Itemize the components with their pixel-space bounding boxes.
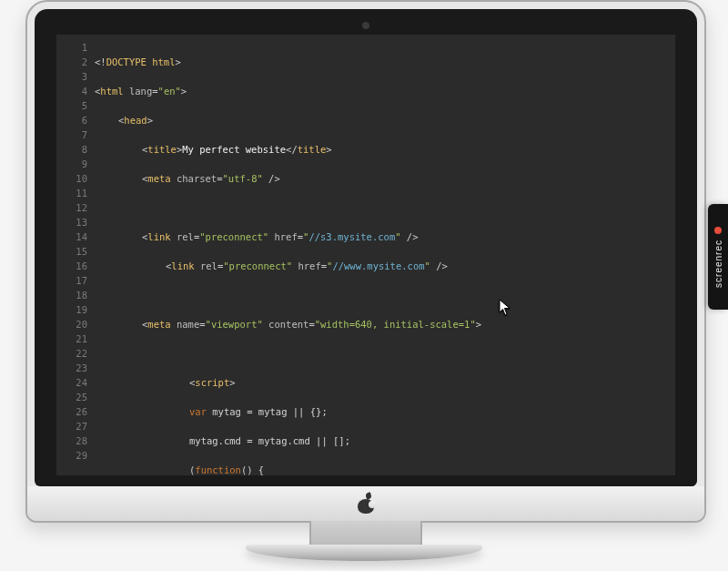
code-line[interactable]: <meta name="viewport" content="width=640… — [95, 317, 675, 331]
code-line[interactable]: <script> — [95, 375, 675, 390]
line-number: 21 — [56, 331, 87, 346]
line-number: 2 — [56, 55, 87, 69]
line-number: 11 — [56, 186, 87, 200]
line-number: 22 — [56, 346, 87, 361]
line-number: 5 — [56, 98, 87, 113]
code-line[interactable]: <head> — [95, 113, 675, 127]
line-number: 13 — [56, 215, 87, 229]
code-line[interactable]: (function() { — [95, 463, 675, 475]
line-number: 25 — [56, 390, 87, 404]
line-number: 4 — [56, 84, 87, 98]
code-editor-screen: 1234567891011121314151617181920212223242… — [56, 35, 675, 475]
code-line[interactable]: <link rel="preconnect" href="//www.mysit… — [95, 259, 675, 273]
camera-dot — [362, 22, 369, 29]
code-line[interactable]: <html lang="en"> — [95, 84, 675, 98]
line-number: 27 — [56, 419, 87, 433]
line-number: 6 — [56, 113, 87, 127]
code-editor[interactable]: 1234567891011121314151617181920212223242… — [56, 35, 675, 475]
line-number: 18 — [56, 288, 87, 302]
line-number: 23 — [56, 361, 87, 375]
code-line[interactable]: <title>My perfect website</title> — [95, 142, 675, 157]
line-number: 14 — [56, 229, 87, 244]
line-number: 1 — [56, 40, 87, 55]
imac-frame: 1234567891011121314151617181920212223242… — [25, 0, 706, 523]
imac-stand-base — [246, 545, 482, 561]
screenrec-widget[interactable]: screenrec — [708, 204, 728, 310]
imac-chin — [27, 486, 704, 521]
line-number: 16 — [56, 259, 87, 273]
line-number: 17 — [56, 273, 87, 288]
screenrec-label: screenrec — [713, 240, 723, 288]
line-number: 7 — [56, 127, 87, 142]
line-number: 10 — [56, 171, 87, 186]
line-number: 28 — [56, 433, 87, 448]
line-number: 29 — [56, 448, 87, 463]
imac-bezel: 1234567891011121314151617181920212223242… — [35, 9, 697, 486]
code-line[interactable]: <link rel="preconnect" href="//s3.mysite… — [95, 229, 675, 244]
imac-stand-neck — [309, 521, 422, 546]
line-number: 3 — [56, 69, 87, 84]
line-number: 15 — [56, 244, 87, 259]
line-number: 24 — [56, 375, 87, 390]
code-line[interactable] — [95, 200, 675, 215]
line-number: 9 — [56, 157, 87, 171]
code-area[interactable]: <!DOCTYPE html> <html lang="en"> <head> … — [95, 40, 675, 475]
code-line[interactable] — [95, 346, 675, 361]
record-icon — [714, 227, 722, 234]
line-number: 8 — [56, 142, 87, 157]
line-number: 20 — [56, 317, 87, 331]
line-number-gutter: 1234567891011121314151617181920212223242… — [56, 40, 95, 475]
code-line[interactable]: <!DOCTYPE html> — [95, 55, 675, 69]
line-number: 12 — [56, 200, 87, 215]
line-number: 19 — [56, 302, 87, 317]
apple-logo-icon — [358, 494, 374, 514]
code-line[interactable]: mytag.cmd = mytag.cmd || []; — [95, 433, 675, 448]
code-line[interactable]: <meta charset="utf-8" /> — [95, 171, 675, 186]
code-line[interactable] — [95, 288, 675, 302]
code-line[interactable]: var mytag = mytag || {}; — [95, 404, 675, 419]
line-number: 26 — [56, 404, 87, 419]
